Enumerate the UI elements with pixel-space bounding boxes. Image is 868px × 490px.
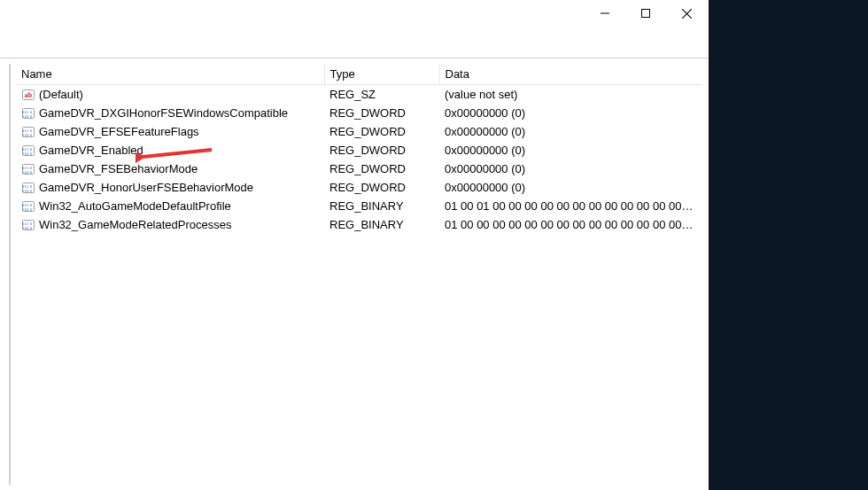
- svg-text:110: 110: [22, 170, 29, 175]
- value-name-label: GameDVR_Enabled: [39, 144, 143, 157]
- table-header-row[interactable]: Name Type Data: [16, 64, 701, 85]
- value-type-cell: REG_BINARY: [324, 215, 439, 234]
- reg-binary-icon: 01101100: [21, 162, 35, 176]
- table-row[interactable]: ab(Default)REG_SZ(value not set): [16, 85, 701, 105]
- value-name-label: Win32_GameModeRelatedProcesses: [39, 218, 232, 231]
- table-row[interactable]: 01101100GameDVR_FSEBehaviorModeREG_DWORD…: [16, 159, 701, 178]
- value-data-cell: 01 00 01 00 00 00 00 00 00 00 00 00 00 0…: [439, 197, 701, 215]
- svg-text:011: 011: [22, 202, 29, 206]
- value-data-cell: 01 00 00 00 00 00 00 00 00 00 00 00 00 0…: [439, 215, 701, 234]
- reg-binary-icon: 01101100: [21, 181, 35, 195]
- svg-text:ab: ab: [25, 91, 33, 99]
- tree-splitter[interactable]: [0, 64, 11, 485]
- value-type-cell: REG_DWORD: [324, 122, 439, 141]
- table-row[interactable]: 01101100Win32_GameModeRelatedProcessesRE…: [16, 215, 701, 234]
- reg-binary-icon: 01101100: [21, 106, 35, 121]
- svg-text:110: 110: [22, 133, 29, 137]
- menubar-area: [0, 27, 709, 58]
- value-type-cell: REG_DWORD: [324, 141, 439, 159]
- svg-text:110: 110: [22, 114, 29, 119]
- table-row[interactable]: 01101100GameDVR_EnabledREG_DWORD0x000000…: [16, 141, 701, 159]
- reg-binary-icon: 01101100: [21, 144, 35, 158]
- value-data-cell: 0x00000000 (0): [439, 159, 701, 178]
- maximize-button[interactable]: [625, 0, 666, 27]
- value-name-label: GameDVR_FSEBehaviorMode: [39, 162, 198, 175]
- desktop-background: [709, 0, 868, 490]
- value-data-cell: 0x00000000 (0): [439, 178, 701, 197]
- column-header-type[interactable]: Type: [324, 64, 439, 85]
- svg-text:110: 110: [22, 189, 29, 193]
- reg-string-icon: ab: [21, 88, 35, 102]
- value-data-cell: 0x00000000 (0): [439, 104, 701, 122]
- svg-rect-1: [642, 10, 650, 18]
- values-list-pane[interactable]: Name Type Data ab(Default)REG_SZ(value n…: [11, 58, 709, 490]
- value-name-label: GameDVR_DXGIHonorFSEWindowsCompatible: [39, 106, 288, 120]
- value-name-cell[interactable]: 01101100GameDVR_EFSEFeatureFlags: [16, 122, 324, 141]
- reg-binary-icon: 01101100: [21, 199, 35, 214]
- value-name-cell[interactable]: 01101100GameDVR_Enabled: [16, 141, 324, 159]
- value-name-cell[interactable]: 01101100GameDVR_FSEBehaviorMode: [16, 159, 324, 178]
- svg-text:011: 011: [22, 165, 29, 169]
- value-data-cell: 0x00000000 (0): [439, 141, 701, 159]
- value-name-cell[interactable]: ab(Default): [16, 85, 324, 104]
- value-type-cell: REG_DWORD: [324, 159, 439, 178]
- svg-text:110: 110: [22, 226, 29, 230]
- reg-binary-icon: 01101100: [21, 125, 35, 139]
- value-name-cell[interactable]: 01101100GameDVR_DXGIHonorFSEWindowsCompa…: [16, 104, 324, 122]
- reg-binary-icon: 01101100: [21, 218, 35, 232]
- value-name-cell[interactable]: 01101100Win32_GameModeRelatedProcesses: [16, 215, 324, 234]
- values-table[interactable]: Name Type Data ab(Default)REG_SZ(value n…: [16, 64, 701, 234]
- close-button[interactable]: [666, 0, 707, 27]
- value-type-cell: REG_DWORD: [324, 104, 439, 122]
- table-row[interactable]: 01101100GameDVR_HonorUserFSEBehaviorMode…: [16, 178, 701, 197]
- value-name-label: GameDVR_HonorUserFSEBehaviorMode: [39, 181, 253, 194]
- registry-editor-window: Name Type Data ab(Default)REG_SZ(value n…: [0, 0, 709, 490]
- value-name-label: GameDVR_EFSEFeatureFlags: [39, 125, 199, 138]
- table-row[interactable]: 01101100GameDVR_DXGIHonorFSEWindowsCompa…: [16, 104, 701, 122]
- svg-text:110: 110: [22, 207, 29, 212]
- value-type-cell: REG_BINARY: [324, 197, 439, 215]
- value-data-cell: (value not set): [439, 85, 701, 105]
- svg-text:011: 011: [22, 109, 29, 113]
- table-row[interactable]: 01101100Win32_AutoGameModeDefaultProfile…: [16, 197, 701, 215]
- svg-text:011: 011: [22, 183, 29, 188]
- column-header-data[interactable]: Data: [439, 64, 701, 85]
- content-area: Name Type Data ab(Default)REG_SZ(value n…: [0, 58, 709, 490]
- table-row[interactable]: 01101100GameDVR_EFSEFeatureFlagsREG_DWOR…: [16, 122, 701, 141]
- column-header-name[interactable]: Name: [16, 64, 324, 85]
- value-name-label: (Default): [39, 88, 83, 101]
- svg-text:011: 011: [22, 221, 29, 225]
- svg-text:011: 011: [22, 128, 29, 132]
- value-type-cell: REG_DWORD: [324, 178, 439, 197]
- value-type-cell: REG_SZ: [324, 85, 439, 105]
- titlebar[interactable]: [0, 0, 709, 27]
- svg-text:011: 011: [22, 146, 29, 151]
- value-data-cell: 0x00000000 (0): [439, 122, 701, 141]
- svg-text:110: 110: [22, 152, 29, 156]
- value-name-label: Win32_AutoGameModeDefaultProfile: [39, 199, 231, 213]
- value-name-cell[interactable]: 01101100GameDVR_HonorUserFSEBehaviorMode: [16, 178, 324, 197]
- value-name-cell[interactable]: 01101100Win32_AutoGameModeDefaultProfile: [16, 197, 324, 215]
- minimize-button[interactable]: [585, 0, 625, 27]
